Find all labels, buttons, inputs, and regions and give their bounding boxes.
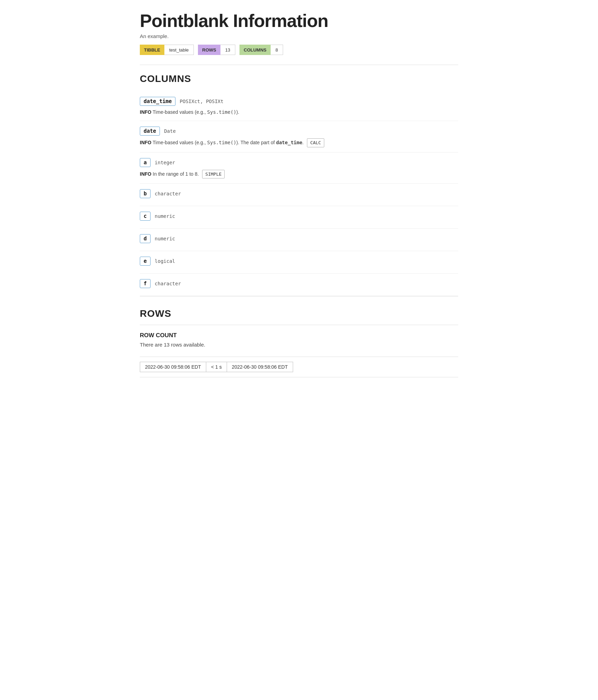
column-header-e: e logical [140, 257, 458, 266]
column-entry-e: e logical [140, 251, 458, 274]
column-name-d: d [140, 234, 151, 243]
rows-section-title: ROWS [140, 300, 458, 325]
bottom-divider [140, 377, 458, 377]
column-info-a: INFO In the range of 1 to 8. SIMPLE [140, 170, 458, 179]
column-entry-b: b character [140, 184, 458, 206]
column-name-date-time: date_time [140, 97, 175, 106]
column-entry-c: c numeric [140, 206, 458, 229]
info-label-a: INFO [140, 171, 151, 177]
column-name-c: c [140, 212, 151, 221]
column-entry-date: date Date INFO Time-based values (e.g., … [140, 121, 458, 153]
timestamp-start: 2022-06-30 09:58:06 EDT [140, 362, 206, 372]
row-count-title: ROW COUNT [140, 332, 458, 339]
timestamp-duration: < 1 s [206, 362, 227, 372]
column-type-date-time: POSIXct, POSIXt [180, 99, 223, 104]
columns-section-title: COLUMNS [140, 65, 458, 91]
column-entry-d: d numeric [140, 229, 458, 251]
column-header-f: f character [140, 279, 458, 288]
column-header-c: c numeric [140, 212, 458, 221]
column-header-date: date Date [140, 127, 458, 136]
page-subtitle: An example. [140, 33, 458, 39]
column-type-f: character [155, 281, 181, 286]
column-name-f: f [140, 279, 151, 288]
column-entry-a: a integer INFO In the range of 1 to 8. S… [140, 153, 458, 184]
column-header-date-time: date_time POSIXct, POSIXt [140, 97, 458, 106]
page-title: Pointblank Information [140, 10, 458, 31]
timestamps-divider [140, 357, 458, 357]
column-type-d: numeric [155, 236, 175, 241]
row-count-block: ROW COUNT There are 13 rows available. [140, 325, 458, 357]
columns-value-badge: 8 [271, 45, 283, 55]
info-label: INFO [140, 109, 151, 115]
badges-row: TIBBLE test_table ROWS 13 COLUMNS 8 [140, 45, 458, 55]
tibble-label-badge: TIBBLE [140, 45, 164, 55]
calc-tag: CALC [307, 138, 324, 147]
column-name-e: e [140, 257, 151, 266]
simple-tag: SIMPLE [202, 170, 225, 179]
columns-label-badge: COLUMNS [239, 45, 271, 55]
column-type-a: integer [155, 160, 175, 165]
info-label-date: INFO [140, 140, 151, 145]
row-count-text: There are 13 rows available. [140, 342, 458, 348]
timestamp-end: 2022-06-30 09:58:06 EDT [227, 362, 293, 372]
columns-rows-divider [140, 296, 458, 296]
column-info-date-time: INFO Time-based values (e.g., Sys.time()… [140, 109, 458, 116]
rows-label-badge: ROWS [198, 45, 220, 55]
column-header-d: d numeric [140, 234, 458, 243]
column-name-a: a [140, 158, 151, 167]
column-entry-date-time: date_time POSIXct, POSIXt INFO Time-base… [140, 91, 458, 121]
column-type-c: numeric [155, 213, 175, 219]
column-header-b: b character [140, 189, 458, 198]
column-type-e: logical [155, 258, 175, 264]
column-info-date: INFO Time-based values (e.g., Sys.time()… [140, 138, 458, 147]
column-type-b: character [155, 191, 181, 196]
rows-section: ROWS ROW COUNT There are 13 rows availab… [140, 300, 458, 377]
column-type-date: Date [164, 128, 176, 134]
inline-colname-date-time: date_time [276, 140, 302, 145]
rows-value-badge: 13 [220, 45, 235, 55]
columns-section: COLUMNS date_time POSIXct, POSIXt INFO T… [140, 65, 458, 296]
timestamp-row: 2022-06-30 09:58:06 EDT < 1 s 2022-06-30… [140, 362, 458, 372]
column-header-a: a integer [140, 158, 458, 167]
column-name-b: b [140, 189, 151, 198]
column-entry-f: f character [140, 274, 458, 296]
column-name-date: date [140, 127, 160, 136]
tibble-value-badge: test_table [164, 45, 194, 55]
